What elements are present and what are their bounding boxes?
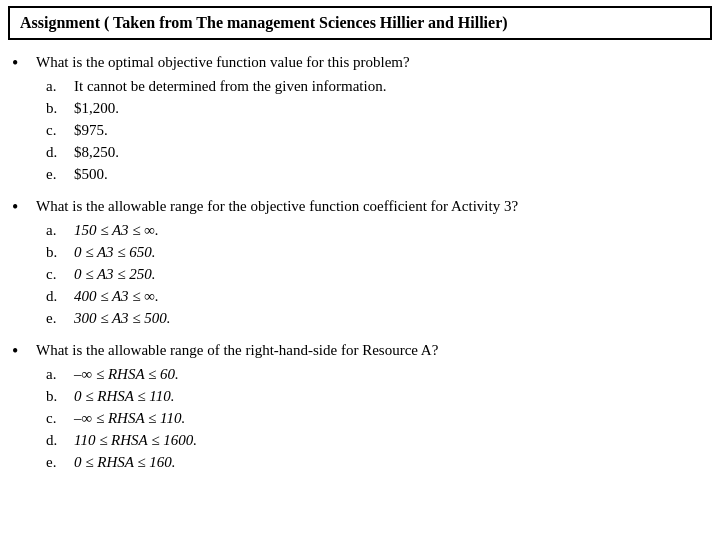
option-value: 150 ≤ A3 ≤ ∞. — [74, 220, 159, 241]
list-item: e. 0 ≤ RHSA ≤ 160. — [46, 452, 708, 473]
list-item: b. 0 ≤ RHSA ≤ 110. — [46, 386, 708, 407]
option-letter: e. — [46, 308, 74, 329]
option-letter: c. — [46, 264, 74, 285]
option-letter: a. — [46, 220, 74, 241]
option-value: $1,200. — [74, 98, 119, 119]
option-value: 300 ≤ A3 ≤ 500. — [74, 308, 171, 329]
option-value: 0 ≤ RHSA ≤ 110. — [74, 386, 175, 407]
question-1-body: What is the optimal objective function v… — [36, 52, 708, 186]
option-letter: d. — [46, 430, 74, 451]
option-letter: b. — [46, 386, 74, 407]
question-1-text: What is the optimal objective function v… — [36, 52, 708, 73]
option-letter: a. — [46, 364, 74, 385]
list-item: c. –∞ ≤ RHSA ≤ 110. — [46, 408, 708, 429]
option-letter: e. — [46, 452, 74, 473]
question-2-options: a. 150 ≤ A3 ≤ ∞. b. 0 ≤ A3 ≤ 650. c. 0 ≤… — [46, 220, 708, 329]
option-value: 400 ≤ A3 ≤ ∞. — [74, 286, 159, 307]
question-3-text: What is the allowable range of the right… — [36, 340, 708, 361]
option-letter: b. — [46, 242, 74, 263]
header-title: Assignment ( Taken from The management S… — [20, 14, 508, 31]
list-item: e. 300 ≤ A3 ≤ 500. — [46, 308, 708, 329]
option-value: $975. — [74, 120, 108, 141]
option-letter: d. — [46, 286, 74, 307]
option-letter: d. — [46, 142, 74, 163]
list-item: e. $500. — [46, 164, 708, 185]
option-value: 0 ≤ A3 ≤ 650. — [74, 242, 156, 263]
question-3-options: a. –∞ ≤ RHSA ≤ 60. b. 0 ≤ RHSA ≤ 110. c.… — [46, 364, 708, 473]
option-value: $500. — [74, 164, 108, 185]
option-letter: c. — [46, 408, 74, 429]
option-letter: e. — [46, 164, 74, 185]
page-header: Assignment ( Taken from The management S… — [8, 6, 712, 40]
question-2-body: What is the allowable range for the obje… — [36, 196, 708, 330]
option-value: It cannot be determined from the given i… — [74, 76, 386, 97]
option-value: –∞ ≤ RHSA ≤ 60. — [74, 364, 179, 385]
list-item: b. $1,200. — [46, 98, 708, 119]
question-3-body: What is the allowable range of the right… — [36, 340, 708, 474]
option-value: $8,250. — [74, 142, 119, 163]
list-item: d. $8,250. — [46, 142, 708, 163]
list-item: a. It cannot be determined from the give… — [46, 76, 708, 97]
option-value: 0 ≤ A3 ≤ 250. — [74, 264, 156, 285]
question-1: • What is the optimal objective function… — [12, 52, 708, 186]
list-item: c. $975. — [46, 120, 708, 141]
list-item: d. 110 ≤ RHSA ≤ 1600. — [46, 430, 708, 451]
list-item: d. 400 ≤ A3 ≤ ∞. — [46, 286, 708, 307]
question-3: • What is the allowable range of the rig… — [12, 340, 708, 474]
question-2-text: What is the allowable range for the obje… — [36, 196, 708, 217]
list-item: b. 0 ≤ A3 ≤ 650. — [46, 242, 708, 263]
option-value: 0 ≤ RHSA ≤ 160. — [74, 452, 176, 473]
bullet-3: • — [12, 340, 32, 363]
option-letter: c. — [46, 120, 74, 141]
list-item: c. 0 ≤ A3 ≤ 250. — [46, 264, 708, 285]
option-letter: b. — [46, 98, 74, 119]
main-content: • What is the optimal objective function… — [0, 48, 720, 488]
bullet-1: • — [12, 52, 32, 75]
question-2: • What is the allowable range for the ob… — [12, 196, 708, 330]
list-item: a. 150 ≤ A3 ≤ ∞. — [46, 220, 708, 241]
option-value: –∞ ≤ RHSA ≤ 110. — [74, 408, 185, 429]
list-item: a. –∞ ≤ RHSA ≤ 60. — [46, 364, 708, 385]
option-letter: a. — [46, 76, 74, 97]
question-1-options: a. It cannot be determined from the give… — [46, 76, 708, 185]
option-value: 110 ≤ RHSA ≤ 1600. — [74, 430, 197, 451]
bullet-2: • — [12, 196, 32, 219]
